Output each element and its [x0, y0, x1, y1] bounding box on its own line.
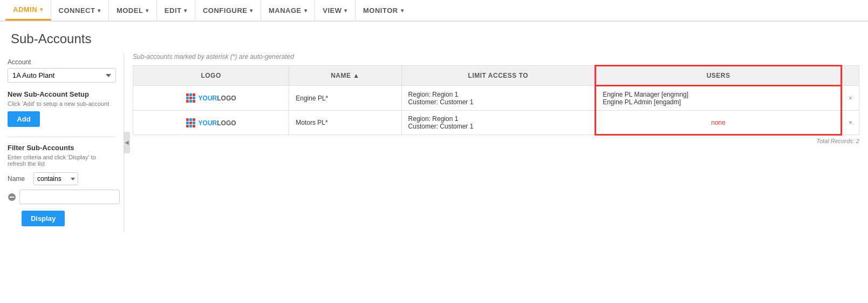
- navbar: ADMIN ▾ CONNECT ▾ MODEL ▾ EDIT ▾ CONFIGU…: [0, 0, 868, 22]
- minus-icon: [8, 193, 16, 201]
- account-select[interactable]: 1A Auto Plant: [8, 68, 116, 83]
- col-header-limit-access-to: LIMIT ACCESS TO: [401, 66, 596, 86]
- nav-item-manage[interactable]: MANAGE ▾: [261, 0, 315, 21]
- chevron-down-icon: ▾: [250, 8, 253, 14]
- name-cell-1: Engine PL*: [289, 86, 401, 111]
- col-header-logo: LOGO: [133, 66, 289, 86]
- collapse-handle[interactable]: ◀: [124, 132, 130, 153]
- users-cell-1: Engine PL Manager [engmng]Engine PL Admi…: [596, 86, 842, 111]
- sub-accounts-table: LOGO NAME ▲ LIMIT ACCESS TO USERS: [133, 65, 859, 136]
- display-button[interactable]: Display: [22, 211, 65, 226]
- sort-asc-icon: ▲: [353, 72, 359, 79]
- nav-item-edit[interactable]: EDIT ▾: [157, 0, 195, 21]
- name-cell-2: Motors PL*: [289, 111, 401, 135]
- chevron-down-icon: ▾: [98, 8, 101, 14]
- action-cell-2[interactable]: ×: [841, 111, 859, 135]
- nav-label-manage: MANAGE: [269, 6, 302, 15]
- nav-label-view: VIEW: [323, 6, 341, 15]
- chevron-down-icon: ▾: [344, 8, 347, 14]
- filter-desc: Enter criteria and click 'Display' to re…: [8, 154, 116, 167]
- filter-input-row: [8, 190, 116, 204]
- filter-name-label: Name: [8, 175, 29, 183]
- filter-name-row: Name contains equals starts with: [8, 172, 116, 185]
- limit-access-cell-2: Region: Region 1Customer: Customer 1: [401, 111, 596, 135]
- nav-item-model[interactable]: MODEL ▾: [109, 0, 157, 21]
- nav-item-connect[interactable]: CONNECT ▾: [51, 0, 109, 21]
- col-header-actions: [841, 66, 859, 86]
- new-setup-desc: Click 'Add' to setup a new sub-account: [8, 100, 116, 107]
- col-header-name[interactable]: NAME ▲: [289, 66, 401, 86]
- account-label: Account: [8, 58, 116, 66]
- sidebar: Account 1A Auto Plant New Sub-Account Se…: [0, 53, 124, 232]
- your-logo-icon: YOURLOGO: [186, 93, 236, 103]
- your-logo-icon: YOURLOGO: [186, 118, 236, 127]
- new-setup-title: New Sub-Account Setup: [8, 90, 116, 98]
- main-layout: Account 1A Auto Plant New Sub-Account Se…: [0, 53, 868, 243]
- svg-rect-1: [10, 197, 14, 198]
- logo-cell: YOURLOGO: [133, 111, 289, 135]
- action-cell-1[interactable]: ×: [841, 86, 859, 111]
- limit-access-cell-1: Region: Region 1Customer: Customer 1: [401, 86, 596, 111]
- nav-label-edit: EDIT: [165, 6, 182, 15]
- filter-remove-button[interactable]: [8, 192, 16, 203]
- chevron-down-icon: ▾: [184, 8, 187, 14]
- total-records: Total Records: 2: [133, 138, 859, 144]
- filter-contains-select[interactable]: contains equals starts with: [33, 172, 78, 185]
- chevron-down-icon: ▾: [401, 8, 404, 14]
- logo-text: LOGO: [217, 119, 236, 127]
- chevron-down-icon: ▾: [304, 8, 307, 14]
- logo-text: LOGO: [217, 95, 236, 102]
- nav-label-admin: ADMIN: [13, 5, 37, 14]
- content-area: Sub-accounts marked by asterisk (*) are …: [124, 53, 868, 232]
- chevron-down-icon: ▾: [146, 8, 149, 14]
- table-row: YOURLOGO Engine PL* Region: Region 1Cust…: [133, 86, 859, 111]
- nav-label-monitor: MONITOR: [363, 6, 398, 15]
- nav-item-configure[interactable]: CONFIGURE ▾: [195, 0, 261, 21]
- sub-accounts-note: Sub-accounts marked by asterisk (*) are …: [133, 53, 859, 60]
- divider: [8, 137, 116, 137]
- nav-label-model: MODEL: [117, 6, 143, 15]
- filter-name-input[interactable]: [19, 190, 120, 204]
- table-row: YOURLOGO Motors PL* Region: Region 1Cust…: [133, 111, 859, 135]
- add-button[interactable]: Add: [8, 111, 40, 127]
- nav-item-monitor[interactable]: MONITOR ▾: [356, 0, 411, 21]
- your-text: YOUR: [199, 95, 217, 102]
- nav-label-configure: CONFIGURE: [203, 6, 248, 15]
- nav-label-connect: CONNECT: [59, 6, 95, 15]
- chevron-down-icon: ▾: [40, 6, 43, 12]
- nav-item-admin[interactable]: ADMIN ▾: [5, 0, 51, 21]
- users-cell-2: none: [596, 111, 842, 135]
- your-text: YOUR: [199, 119, 217, 127]
- page-title: Sub-Accounts: [0, 22, 868, 53]
- col-header-users: USERS: [596, 66, 842, 86]
- logo-cell: YOURLOGO: [133, 86, 289, 111]
- nav-item-view[interactable]: VIEW ▾: [315, 0, 356, 21]
- filter-title: Filter Sub-Accounts: [8, 144, 116, 152]
